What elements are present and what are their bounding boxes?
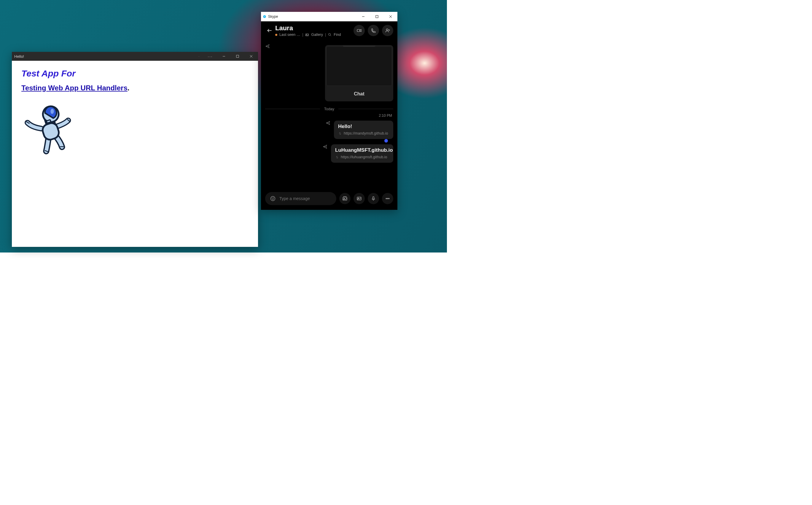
- preview-media: [326, 46, 392, 86]
- more-button[interactable]: ···: [204, 52, 217, 61]
- search-icon: [328, 33, 331, 36]
- app-body: Test App For Testing Web App URL Handler…: [12, 61, 258, 166]
- gallery-link[interactable]: Gallery: [311, 33, 323, 37]
- audio-call-button[interactable]: [368, 25, 379, 36]
- url-handlers-link[interactable]: Testing Web App URL Handlers: [21, 84, 128, 92]
- skype-conversation-header: Laura Last seen … | Gallery | Find: [261, 21, 397, 41]
- message-bubble[interactable]: Hello! https://mandymsft.github.io: [334, 121, 393, 139]
- sent-icon: [265, 44, 270, 50]
- app-subheading: Testing Web App URL Handlers.: [21, 84, 249, 92]
- message-row: LuHuangMSFT.github.io https://luhuangmsf…: [265, 144, 393, 163]
- sent-icon: [325, 121, 330, 127]
- add-participant-button[interactable]: [382, 25, 393, 36]
- message-row: Chat: [265, 44, 393, 101]
- minimize-button[interactable]: [217, 52, 231, 61]
- contact-card-button[interactable]: [354, 193, 365, 204]
- voice-message-button[interactable]: [368, 193, 379, 204]
- skype-close-button[interactable]: [384, 12, 397, 21]
- find-link[interactable]: Find: [333, 33, 341, 37]
- app-heading: Test App For: [21, 68, 249, 78]
- skype-titlebar[interactable]: S Skype: [261, 12, 397, 21]
- back-button[interactable]: [265, 26, 274, 35]
- message-url[interactable]: https://mandymsft.github.io: [338, 131, 389, 136]
- date-divider: Today: [265, 107, 393, 111]
- svg-line-28: [330, 35, 331, 36]
- app-window: Hello! · ··· Test App For Testing Web Ap…: [12, 52, 258, 247]
- svg-point-31: [386, 29, 388, 30]
- period: .: [128, 84, 130, 92]
- message-bubble[interactable]: LuHuangMSFT.github.io https://luhuangmsf…: [331, 144, 393, 163]
- svg-point-51: [389, 198, 389, 199]
- message-input-pill[interactable]: [265, 192, 336, 205]
- link-icon: [338, 132, 342, 136]
- message-title: LuHuangMSFT.github.io: [335, 147, 389, 153]
- svg-rect-17: [46, 120, 51, 123]
- composer: [265, 192, 393, 205]
- app-titlebar-dot[interactable]: ·: [194, 52, 204, 61]
- contact-info: Laura Last seen … | Gallery | Find: [274, 24, 354, 37]
- desktop-background: Hello! · ··· Test App For Testing Web Ap…: [0, 0, 447, 252]
- svg-point-27: [328, 33, 331, 35]
- svg-text:S: S: [264, 16, 265, 17]
- app-titlebar[interactable]: Hello! · ···: [12, 52, 258, 61]
- svg-rect-29: [357, 29, 360, 32]
- maximize-button[interactable]: [231, 52, 244, 61]
- message-title: Hello!: [338, 124, 389, 130]
- chat-button[interactable]: Chat: [325, 87, 393, 101]
- skype-title: Skype: [268, 14, 357, 19]
- close-button[interactable]: [244, 52, 258, 61]
- svg-point-37: [271, 196, 275, 201]
- message-url[interactable]: https://luhuangmsft.github.io: [335, 155, 389, 159]
- message-input[interactable]: [279, 196, 331, 201]
- date-label: Today: [324, 107, 334, 111]
- emoji-icon[interactable]: [270, 196, 276, 201]
- svg-point-38: [272, 198, 273, 199]
- app-title: Hello!: [14, 54, 194, 59]
- read-receipt-avatar: [384, 139, 388, 143]
- presence-dot-icon: [275, 34, 277, 36]
- last-seen-label[interactable]: Last seen …: [279, 33, 300, 37]
- skype-window: S Skype Laura Last seen … | Gallery |: [261, 12, 397, 210]
- skype-icon: S: [261, 15, 268, 18]
- more-options-button[interactable]: [382, 193, 393, 204]
- svg-rect-47: [373, 196, 374, 199]
- link-preview-card[interactable]: Chat: [325, 45, 393, 101]
- svg-rect-1: [236, 55, 239, 57]
- message-area[interactable]: Chat Today 2:10 PM Hello! https://mandym…: [261, 41, 397, 192]
- svg-point-49: [386, 198, 387, 199]
- svg-point-39: [273, 198, 274, 199]
- svg-rect-42: [344, 196, 347, 197]
- skype-maximize-button[interactable]: [370, 12, 384, 21]
- sent-icon: [323, 144, 327, 150]
- contact-name: Laura: [275, 24, 354, 32]
- svg-rect-21: [376, 15, 378, 18]
- call-actions: [354, 25, 393, 36]
- message-row: Hello! https://mandymsft.github.io: [265, 121, 393, 139]
- skype-minimize-button[interactable]: [357, 12, 370, 21]
- link-icon: [335, 155, 339, 159]
- message-time: 2:10 PM: [265, 114, 393, 118]
- send-photo-button[interactable]: [339, 193, 351, 204]
- video-call-button[interactable]: [354, 25, 365, 36]
- svg-marker-30: [360, 29, 361, 32]
- astronaut-image: [22, 101, 249, 158]
- svg-point-50: [387, 198, 388, 199]
- contact-meta: Last seen … | Gallery | Find: [275, 33, 354, 37]
- gallery-icon: [305, 33, 309, 37]
